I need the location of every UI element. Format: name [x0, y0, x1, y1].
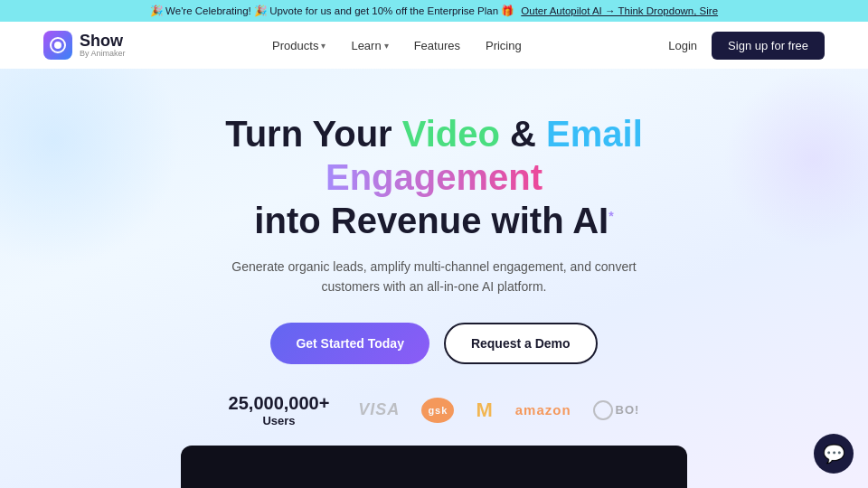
request-demo-button[interactable]: Request a Demo — [444, 323, 598, 364]
logo-text: Show By Animaker — [80, 33, 126, 59]
announcement-link[interactable]: Outer Autopilot AI → Think Dropdown, Sir… — [521, 5, 718, 16]
bo-circle — [593, 400, 613, 420]
social-proof: 25,000,000+ Users VISA gsk M amazon BO! — [229, 393, 640, 427]
title-video: Video — [402, 114, 500, 154]
announcement-bar: 🎉 We're Celebrating! 🎉 Upvote for us and… — [0, 0, 868, 22]
users-count: 25,000,000+ Users — [229, 393, 330, 427]
hero-subtitle: Generate organic leads, amplify multi-ch… — [217, 257, 651, 297]
get-started-button[interactable]: Get Started Today — [270, 323, 429, 364]
hero-buttons: Get Started Today Request a Demo — [270, 323, 597, 364]
nav-features[interactable]: Features — [414, 39, 460, 52]
logo[interactable]: Show By Animaker — [43, 31, 126, 60]
users-label: Users — [229, 414, 330, 427]
users-number: 25,000,000+ — [229, 393, 330, 414]
nav-learn[interactable]: Learn ▾ — [351, 39, 388, 52]
title-engagement: Engagement — [326, 157, 542, 197]
logo-sub: By Animaker — [80, 49, 126, 59]
nav-products[interactable]: Products ▾ — [272, 39, 326, 52]
login-button[interactable]: Login — [668, 39, 697, 52]
products-dropdown-icon: ▾ — [321, 41, 326, 51]
signup-button[interactable]: Sign up for free — [712, 32, 825, 60]
nav-actions: Login Sign up for free — [668, 32, 825, 60]
title-email: Email — [546, 114, 643, 154]
brand-logos: VISA gsk M amazon BO! — [358, 398, 639, 423]
brand-amazon: amazon — [515, 402, 571, 418]
brand-visa: VISA — [358, 400, 400, 419]
chat-bubble[interactable]: 💬 — [814, 434, 854, 474]
announcement-text: 🎉 We're Celebrating! 🎉 Upvote for us and… — [150, 5, 514, 17]
hero-title: Turn Your Video & EmailEngagementinto Re… — [225, 112, 643, 242]
video-preview — [181, 446, 687, 488]
ai-star: * — [609, 209, 613, 223]
learn-dropdown-icon: ▾ — [384, 41, 389, 51]
hero-section: Turn Your Video & EmailEngagementinto Re… — [0, 69, 868, 488]
logo-icon — [43, 31, 72, 60]
svg-point-1 — [54, 42, 61, 49]
chat-icon: 💬 — [823, 443, 845, 465]
nav-pricing[interactable]: Pricing — [486, 39, 522, 52]
nav-links: Products ▾ Learn ▾ Features Pricing — [272, 39, 522, 52]
brand-gsk: gsk — [421, 398, 454, 423]
title-part2: & — [500, 114, 546, 154]
title-part1: Turn Your — [225, 114, 402, 154]
brand-bo: BO! — [593, 400, 640, 420]
logo-name: Show — [80, 33, 126, 49]
title-part4: into Revenue with AI — [254, 201, 609, 240]
brand-mcdonalds: M — [476, 399, 493, 422]
navbar: Show By Animaker Products ▾ Learn ▾ Feat… — [0, 22, 868, 69]
